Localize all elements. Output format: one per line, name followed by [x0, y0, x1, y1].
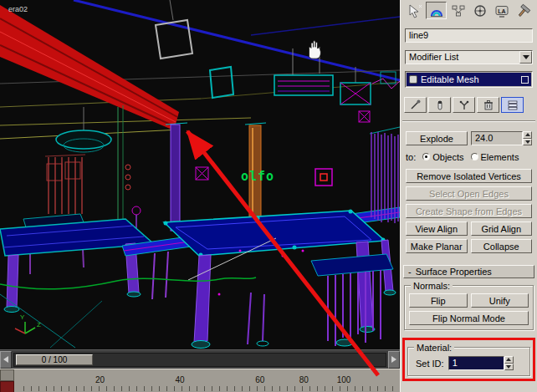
spin-down-icon [506, 365, 511, 369]
spin-up-button[interactable] [523, 131, 532, 139]
radio-unselected-icon [471, 153, 478, 160]
tab-hierarchy[interactable] [448, 2, 468, 19]
collapse-button[interactable]: Collapse [471, 239, 533, 253]
main-window: Y Z era02 olfo 0 / 100 20 40 60 80 100 [0, 0, 537, 392]
radio-objects[interactable]: Objects [422, 152, 463, 162]
show-end-result-icon [433, 99, 447, 111]
material-label: Material: [414, 343, 454, 353]
flip-normal-mode-button[interactable]: Flip Normal Mode [409, 311, 529, 325]
explode-spinner [523, 131, 532, 145]
modifier-stack-item[interactable]: Editable Mesh [407, 73, 531, 86]
spin-up-icon [506, 358, 511, 361]
wireframe-scene: Y Z era02 olfo [0, 0, 400, 349]
radio-elements-label: Elements [481, 152, 519, 162]
tab-display[interactable]: LA [491, 2, 512, 19]
explode-value[interactable]: 24.0 [471, 131, 523, 145]
rollout-surface-properties[interactable]: - Surface Properties [403, 265, 534, 278]
set-id-field: 1 [448, 356, 514, 370]
axis-y-label: Y [20, 313, 25, 321]
rollout-title: Surface Properties [416, 267, 492, 277]
normals-group: Normals: Flip Unify Flip Normal Mode [404, 285, 534, 330]
explode-button[interactable]: Explode [406, 131, 468, 145]
radio-objects-label: Objects [432, 152, 463, 162]
bulb-icon[interactable] [409, 75, 417, 84]
time-slider-track[interactable]: 0 / 100 [13, 353, 386, 367]
make-planar-button[interactable]: Make Planar [406, 239, 468, 253]
time-slider: 0 / 100 [0, 349, 400, 369]
time-slider-handle[interactable]: 0 / 100 [16, 354, 93, 365]
tab-utilities[interactable] [513, 2, 534, 19]
edit-stack-button[interactable] [501, 97, 524, 113]
material-highlight-box: Material: Set ID: 1 [402, 338, 535, 381]
show-end-result-button[interactable] [428, 97, 451, 113]
modify-icon [428, 3, 445, 18]
trackbar-frame-label: 80 [299, 375, 309, 384]
left-arrow-icon [3, 356, 8, 363]
stack-toolbar [403, 97, 534, 114]
select-open-edges-button: Select Open Edges [406, 186, 532, 201]
pin-icon [409, 99, 422, 111]
make-unique-icon [458, 99, 471, 111]
grid-align-button[interactable]: Grid Align [471, 221, 533, 236]
remove-isolated-vertices-button[interactable]: Remove Isolated Vertices [406, 169, 532, 183]
view-align-button[interactable]: View Align [406, 221, 468, 236]
spin-down-icon [525, 140, 530, 144]
trackbar-ticks [17, 386, 400, 391]
spin-up-button[interactable] [504, 356, 514, 364]
to-label: to: [406, 152, 416, 162]
previous-frame-button[interactable] [0, 351, 12, 369]
spin-up-icon [525, 133, 530, 136]
trackbar-frame-label: 40 [176, 375, 185, 384]
object-name-field[interactable]: line9 [405, 28, 533, 43]
trackbar-frame-label: 20 [95, 375, 105, 384]
command-panel-tabs: LA [401, 0, 537, 20]
motion-icon [472, 3, 488, 18]
create-shape-from-edges-button: Create Shape from Edges [406, 204, 532, 218]
radio-elements[interactable]: Elements [471, 152, 519, 162]
right-arrow-icon [391, 356, 396, 363]
normals-label: Normals: [411, 281, 453, 291]
material-group: Material: Set ID: 1 [407, 347, 530, 376]
track-bar[interactable]: 20 40 60 80 100 [0, 369, 400, 392]
tab-create[interactable] [404, 2, 425, 19]
make-unique-button[interactable] [453, 97, 475, 113]
hierarchy-icon [450, 3, 467, 18]
modifier-list-label: Modifier List [406, 51, 519, 64]
scene-text: olfo [241, 169, 274, 184]
axis-z-label: Z [37, 321, 41, 328]
utilities-icon [515, 3, 532, 18]
camera-label: era02 [8, 5, 28, 13]
remove-modifier-button[interactable] [477, 97, 499, 113]
display-icon: LA [494, 3, 510, 18]
modifier-stack: Editable Mesh [405, 71, 533, 88]
collapse-indicator: - [408, 267, 412, 277]
spin-down-button[interactable] [523, 139, 532, 146]
explode-value-field: 24.0 [471, 131, 532, 145]
set-id-spinner [504, 356, 514, 370]
trackbar-corner-box[interactable] [0, 369, 14, 381]
unify-button[interactable]: Unify [471, 293, 529, 308]
flip-button[interactable]: Flip [409, 293, 468, 308]
set-id-value[interactable]: 1 [448, 356, 504, 370]
right-curtain [370, 127, 400, 223]
edit-stack-icon [506, 99, 519, 111]
tab-modify[interactable] [426, 2, 447, 19]
maxscript-mini-listener[interactable] [0, 381, 14, 392]
spin-down-button[interactable] [504, 364, 514, 371]
pin-stack-button[interactable] [404, 97, 427, 113]
create-icon [407, 3, 423, 18]
modifier-name: Editable Mesh [421, 74, 479, 84]
command-panel: LA line9 Modifier List Editable Mesh [400, 0, 537, 392]
modifier-list-dropdown[interactable]: Modifier List [405, 50, 533, 64]
stack-output-icon [521, 76, 529, 84]
trackbar-frame-label: 100 [337, 375, 351, 384]
tab-motion[interactable] [469, 2, 490, 19]
trash-icon [482, 99, 495, 111]
display-icon-text: LA [498, 8, 505, 13]
next-frame-button[interactable] [388, 351, 400, 369]
trackbar-frame-label: 60 [255, 375, 264, 384]
chevron-down-icon[interactable] [519, 51, 532, 64]
set-id-label: Set ID: [416, 359, 444, 369]
panel-divider [402, 120, 535, 122]
viewport[interactable]: Y Z era02 olfo [0, 0, 400, 349]
